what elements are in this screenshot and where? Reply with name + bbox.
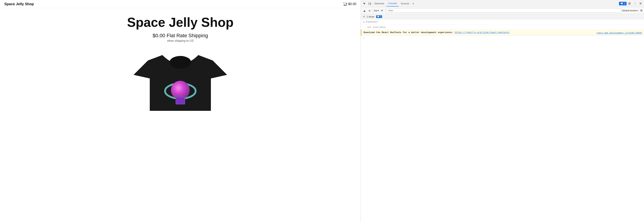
- separator: [373, 9, 373, 13]
- badge-icon: 💬: [620, 2, 623, 5]
- no-filter-button[interactable]: ⊘: [368, 9, 372, 13]
- expression-row: ✕ Expression: [361, 19, 644, 25]
- devtools-topbar: Elements Console Sources » 💬 1 ⚙ ⋮ ✕: [361, 0, 644, 7]
- close-issues-button[interactable]: ✕: [363, 15, 365, 18]
- device-toggle-button[interactable]: [367, 2, 372, 6]
- expression-label: Expression: [366, 20, 377, 23]
- console-output[interactable]: ✕ Expression not available Download the …: [361, 19, 644, 222]
- separator2: [385, 9, 386, 13]
- top-dropdown-arrow: ▾: [378, 9, 379, 12]
- repl-row: ›: [361, 36, 644, 41]
- shipping-sub: when shipping to US: [167, 39, 194, 43]
- tab-console[interactable]: Console: [386, 1, 398, 7]
- badge-count: 1: [624, 2, 625, 5]
- issues-bar: ✕ 1 Issue: 💬 1: [361, 14, 644, 19]
- device-icon: [368, 2, 371, 5]
- page-content: Space Jelly Shop $0.00 Flat Rate Shippin…: [0, 8, 361, 222]
- tab-elements[interactable]: Elements: [373, 1, 386, 6]
- shipping-line: $0.00 Flat Rate Shipping: [153, 33, 208, 39]
- expression-close[interactable]: ✕: [363, 21, 364, 23]
- levels-dropdown-arrow: ▾: [636, 9, 638, 12]
- browser-page: Space Jelly Shop $0.00 Space Jelly Shop …: [0, 0, 361, 222]
- product-area: [0, 50, 361, 111]
- issues-badge-count: 1: [380, 16, 381, 18]
- svg-rect-3: [176, 97, 185, 104]
- issues-badge-button[interactable]: 💬 1: [619, 2, 626, 6]
- svg-rect-4: [368, 3, 370, 5]
- cart-icon: [343, 2, 347, 6]
- cart-price: $0.00: [348, 2, 356, 6]
- top-context-selector[interactable]: top ▾: [374, 9, 379, 12]
- console-source-link[interactable]: react-dom.development.js?ac89:29840: [596, 32, 642, 34]
- console-message-react-devtools: Download the React DevTools for a better…: [361, 30, 644, 36]
- console-settings-button[interactable]: ⚙: [640, 9, 642, 12]
- console-message-text: Download the React DevTools for a better…: [364, 31, 595, 34]
- console-message-bold: Download the React DevTools for a better…: [364, 31, 453, 34]
- expression-value-row: not available: [361, 25, 644, 30]
- console-filter-input[interactable]: [386, 9, 621, 13]
- more-options-button[interactable]: ⋮: [632, 1, 638, 6]
- issues-badge: 💬 1: [376, 15, 382, 18]
- tab-sources[interactable]: Sources: [399, 1, 411, 6]
- top-label: top: [374, 9, 377, 12]
- close-devtools-button[interactable]: ✕: [638, 1, 643, 6]
- inspect-element-button[interactable]: [362, 2, 367, 6]
- console-message-link[interactable]: https://reactjs.org/link/react-devtools: [455, 31, 509, 34]
- settings-button[interactable]: ⚙: [627, 1, 632, 6]
- console-toolbar: ⊘ top ▾ 👁 Default levels ▾ ⚙: [361, 7, 644, 14]
- clear-icon: [363, 9, 366, 12]
- more-tabs-button[interactable]: »: [412, 1, 415, 6]
- nav-bar: Space Jelly Shop $0.00: [0, 0, 361, 8]
- svg-point-2: [171, 81, 190, 99]
- default-levels-label: Default levels: [622, 9, 636, 12]
- page-heading: Space Jelly Shop: [127, 15, 234, 30]
- default-levels-button[interactable]: Default levels ▾: [622, 9, 638, 12]
- devtools-panel: Elements Console Sources » 💬 1 ⚙ ⋮ ✕ ⊘ t…: [361, 0, 644, 222]
- expression-value: not available: [367, 26, 386, 29]
- repl-arrow: ›: [363, 37, 364, 40]
- issues-badge-icon: 💬: [377, 16, 380, 18]
- svg-point-0: [170, 56, 191, 69]
- eye-button[interactable]: 👁: [380, 9, 384, 13]
- tshirt-container: [134, 50, 227, 111]
- site-title: Space Jelly Shop: [4, 2, 34, 6]
- tshirt-svg: [134, 50, 227, 111]
- separator3: [639, 9, 639, 13]
- issues-text: 1 Issue:: [366, 15, 375, 18]
- cursor-icon: [363, 2, 366, 5]
- svg-rect-5: [370, 3, 371, 5]
- clear-console-button[interactable]: [362, 9, 366, 12]
- cart-area[interactable]: $0.00: [343, 2, 356, 6]
